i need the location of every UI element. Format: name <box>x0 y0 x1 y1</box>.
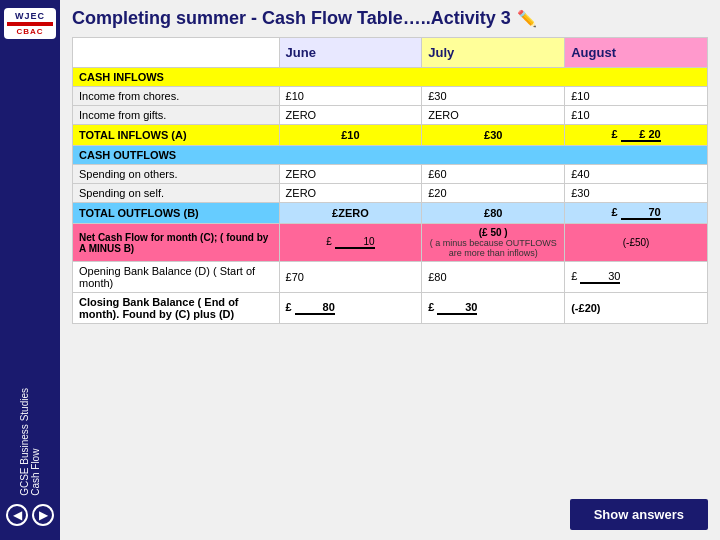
page-title: Completing summer - Cash Flow Table…..Ac… <box>72 8 708 29</box>
closing-label: Closing Bank Balance ( End of month). Fo… <box>73 293 280 324</box>
closing-july: £ 30 <box>422 293 565 324</box>
spending-self-july: £20 <box>422 184 565 203</box>
opening-july: £80 <box>422 262 565 293</box>
closing-august: (-£20) <box>565 293 708 324</box>
income-chores-june: £10 <box>279 87 422 106</box>
income-gifts-july: ZERO <box>422 106 565 125</box>
income-chores-august: £10 <box>565 87 708 106</box>
net-cashflow-august: (-£50) <box>565 224 708 262</box>
income-gifts-august: £10 <box>565 106 708 125</box>
spending-self-august: £30 <box>565 184 708 203</box>
opening-balance-row: Opening Bank Balance (D) ( Start of mont… <box>73 262 708 293</box>
total-inflows-row: TOTAL INFLOWS (A) £10 £30 £ £ 20 <box>73 125 708 146</box>
total-outflows-june: £ZERO <box>279 203 422 224</box>
net-cashflow-label: Net Cash Flow for month (C); ( found by … <box>73 224 280 262</box>
income-gifts-june: ZERO <box>279 106 422 125</box>
spending-self-label: Spending on self. <box>73 184 280 203</box>
next-arrow[interactable]: ▶ <box>32 504 54 526</box>
navigation-arrows: ◀ ▶ <box>6 504 54 526</box>
net-cashflow-june: £ 10 <box>279 224 422 262</box>
pencil-icon: ✏️ <box>517 9 537 28</box>
spending-others-row: Spending on others. ZERO £60 £40 <box>73 165 708 184</box>
prev-arrow[interactable]: ◀ <box>6 504 28 526</box>
show-answers-button[interactable]: Show answers <box>570 499 708 530</box>
total-outflows-label: TOTAL OUTFLOWS (B) <box>73 203 280 224</box>
income-chores-row: Income from chores. £10 £30 £10 <box>73 87 708 106</box>
col-header-label <box>73 38 280 68</box>
spending-others-august: £40 <box>565 165 708 184</box>
net-cashflow-july: (£ 50 ) ( a minus because OUTFLOWS are m… <box>422 224 565 262</box>
opening-august: £ 30 <box>565 262 708 293</box>
spending-others-june: ZERO <box>279 165 422 184</box>
total-outflows-august: £ 70 <box>565 203 708 224</box>
logo-cbac: CBAC <box>7 27 53 36</box>
cash-inflows-header: CASH INFLOWS <box>73 68 708 87</box>
logo-wjec: WJEC <box>7 11 53 21</box>
opening-label: Opening Bank Balance (D) ( Start of mont… <box>73 262 280 293</box>
total-outflows-row: TOTAL OUTFLOWS (B) £ZERO £80 £ 70 <box>73 203 708 224</box>
total-inflows-label: TOTAL INFLOWS (A) <box>73 125 280 146</box>
closing-june: £ 80 <box>279 293 422 324</box>
net-cashflow-row: Net Cash Flow for month (C); ( found by … <box>73 224 708 262</box>
logo: WJEC CBAC <box>4 8 56 39</box>
spending-self-june: ZERO <box>279 184 422 203</box>
opening-june: £70 <box>279 262 422 293</box>
total-outflows-july: £80 <box>422 203 565 224</box>
col-header-july: July <box>422 38 565 68</box>
cash-flow-table: June July August CASH INFLOWS Income fro… <box>72 37 708 324</box>
spending-self-row: Spending on self. ZERO £20 £30 <box>73 184 708 203</box>
spending-others-label: Spending on others. <box>73 165 280 184</box>
income-gifts-label: Income from gifts. <box>73 106 280 125</box>
closing-balance-row: Closing Bank Balance ( End of month). Fo… <box>73 293 708 324</box>
spending-others-july: £60 <box>422 165 565 184</box>
cash-outflows-header: CASH OUTFLOWS <box>73 146 708 165</box>
col-header-august: August <box>565 38 708 68</box>
income-gifts-row: Income from gifts. ZERO ZERO £10 <box>73 106 708 125</box>
total-inflows-june: £10 <box>279 125 422 146</box>
total-inflows-august: £ £ 20 <box>565 125 708 146</box>
main-content: Completing summer - Cash Flow Table…..Ac… <box>60 0 720 540</box>
sidebar: WJEC CBAC GCSE Business Studies Cash Flo… <box>0 0 60 540</box>
income-chores-label: Income from chores. <box>73 87 280 106</box>
col-header-june: June <box>279 38 422 68</box>
subject-label: GCSE Business Studies Cash Flow <box>19 388 41 496</box>
income-chores-july: £30 <box>422 87 565 106</box>
total-inflows-july: £30 <box>422 125 565 146</box>
